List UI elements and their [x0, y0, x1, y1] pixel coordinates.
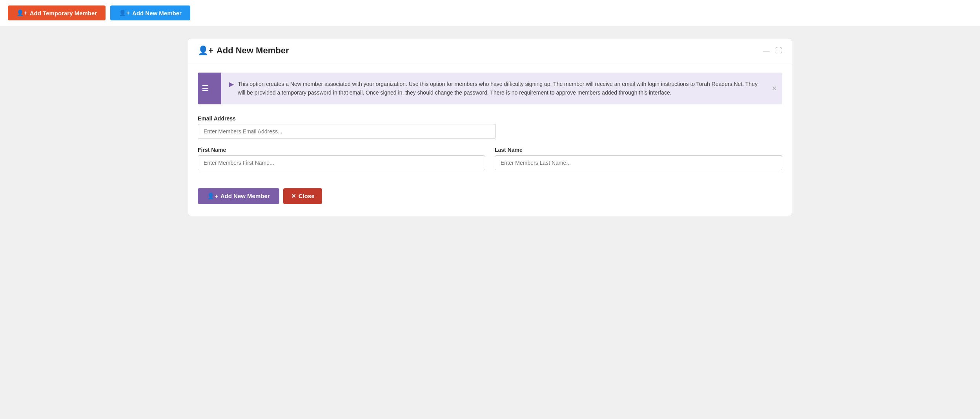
email-field-group: Email Address	[198, 115, 496, 139]
email-label: Email Address	[198, 115, 496, 122]
last-name-label: Last Name	[495, 147, 782, 153]
add-new-member-submit-button[interactable]: 👤+ Add New Member	[198, 188, 279, 204]
expand-icon[interactable]: ⛶	[775, 47, 782, 55]
info-banner: ☰ ▶ This option creates a New member ass…	[198, 73, 782, 104]
card-body: ☰ ▶ This option creates a New member ass…	[188, 63, 792, 216]
user-plus-icon-top: 👤+	[119, 9, 130, 16]
page-content: 👤+ Add New Member — ⛶ ☰ ▶ This option cr…	[0, 26, 980, 228]
close-x-icon: ✕	[291, 193, 296, 200]
add-new-member-top-button[interactable]: 👤+ Add New Member	[110, 5, 190, 20]
add-temporary-member-button[interactable]: 👤+ Add Temporary Member	[8, 5, 106, 20]
close-button[interactable]: ✕ Close	[283, 188, 322, 204]
last-name-input[interactable]	[495, 155, 782, 170]
banner-arrow-icon: ▶	[229, 80, 234, 88]
banner-close-icon[interactable]: ✕	[772, 85, 777, 92]
card-header: 👤+ Add New Member — ⛶	[188, 38, 792, 63]
minimize-icon[interactable]: —	[763, 47, 770, 55]
last-name-group: Last Name	[495, 147, 782, 170]
user-plus-icon: 👤+	[16, 9, 27, 16]
first-name-label: First Name	[198, 147, 485, 153]
card-header-icons: — ⛶	[763, 47, 782, 55]
close-label: Close	[299, 193, 315, 199]
top-bar: 👤+ Add Temporary Member 👤+ Add New Membe…	[0, 0, 980, 26]
banner-list-icon: ☰	[202, 84, 209, 93]
add-temporary-member-label: Add Temporary Member	[30, 10, 97, 16]
email-input[interactable]	[198, 124, 496, 139]
card-title: 👤+ Add New Member	[198, 46, 289, 56]
submit-label: Add New Member	[220, 193, 270, 199]
banner-text: This option creates a New member associa…	[238, 80, 767, 97]
first-name-input[interactable]	[198, 155, 485, 170]
name-row: First Name Last Name	[198, 147, 782, 178]
add-member-card: 👤+ Add New Member — ⛶ ☰ ▶ This option cr…	[188, 38, 792, 216]
form-actions: 👤+ Add New Member ✕ Close	[198, 188, 782, 204]
add-new-member-top-label: Add New Member	[132, 10, 182, 16]
card-title-text: Add New Member	[217, 46, 289, 56]
submit-user-icon: 👤+	[207, 193, 218, 200]
first-name-group: First Name	[198, 147, 485, 170]
title-user-icon: 👤+	[198, 46, 213, 56]
